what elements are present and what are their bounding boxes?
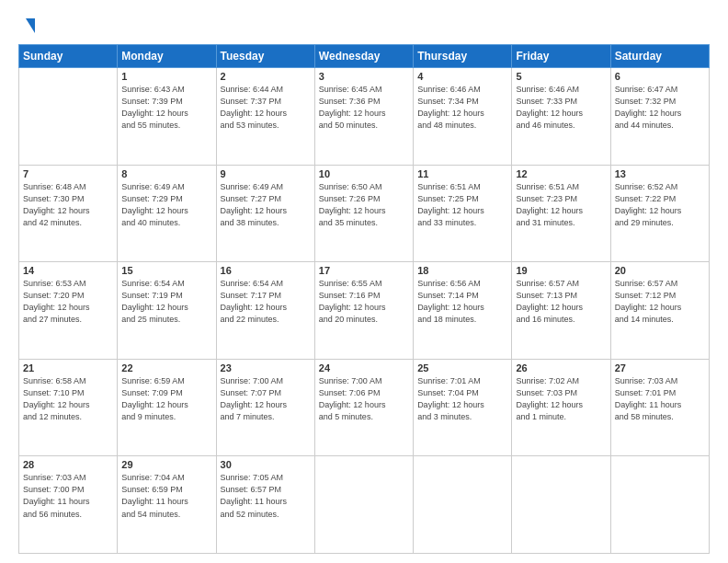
day-info: Sunrise: 6:54 AMSunset: 7:17 PMDaylight:…: [221, 278, 311, 326]
day-number: 17: [319, 265, 409, 276]
calendar-cell: 26Sunrise: 7:02 AMSunset: 7:03 PMDayligh…: [512, 359, 610, 456]
day-number: 24: [319, 362, 409, 373]
calendar-cell: 4Sunrise: 6:46 AMSunset: 7:34 PMDaylight…: [414, 68, 512, 166]
day-number: 29: [121, 459, 211, 470]
day-number: 22: [121, 362, 211, 373]
day-number: 10: [319, 168, 409, 179]
day-info: Sunrise: 6:46 AMSunset: 7:34 PMDaylight:…: [417, 84, 507, 132]
calendar-cell: 30Sunrise: 7:05 AMSunset: 6:57 PMDayligh…: [216, 456, 314, 554]
calendar-cell: 10Sunrise: 6:50 AMSunset: 7:26 PMDayligh…: [314, 165, 413, 262]
day-number: 13: [615, 168, 705, 179]
day-number: 4: [417, 71, 507, 82]
day-info: Sunrise: 6:49 AMSunset: 7:29 PMDaylight:…: [121, 181, 211, 229]
day-number: 5: [516, 71, 606, 82]
calendar-cell: 19Sunrise: 6:57 AMSunset: 7:13 PMDayligh…: [512, 262, 610, 360]
day-info: Sunrise: 6:57 AMSunset: 7:12 PMDaylight:…: [615, 278, 705, 326]
day-info: Sunrise: 6:48 AMSunset: 7:30 PMDaylight:…: [23, 181, 113, 229]
calendar-cell: 27Sunrise: 7:03 AMSunset: 7:01 PMDayligh…: [610, 359, 709, 456]
calendar-cell: 2Sunrise: 6:44 AMSunset: 7:37 PMDaylight…: [216, 68, 314, 166]
day-number: 25: [417, 362, 507, 373]
header: [18, 17, 710, 35]
day-info: Sunrise: 6:55 AMSunset: 7:16 PMDaylight:…: [319, 278, 409, 326]
calendar-cell: 15Sunrise: 6:54 AMSunset: 7:19 PMDayligh…: [118, 262, 216, 360]
calendar-cell: 18Sunrise: 6:56 AMSunset: 7:14 PMDayligh…: [414, 262, 512, 360]
calendar-cell: 21Sunrise: 6:58 AMSunset: 7:10 PMDayligh…: [19, 359, 118, 456]
day-info: Sunrise: 6:57 AMSunset: 7:13 PMDaylight:…: [516, 278, 606, 326]
day-info: Sunrise: 6:53 AMSunset: 7:20 PMDaylight:…: [23, 278, 113, 326]
logo: [18, 17, 37, 35]
day-number: 7: [23, 168, 113, 179]
calendar-cell: 14Sunrise: 6:53 AMSunset: 7:20 PMDayligh…: [19, 262, 118, 360]
weekday-saturday: Saturday: [610, 45, 709, 68]
day-number: 12: [516, 168, 606, 179]
day-number: 9: [221, 168, 311, 179]
weekday-thursday: Thursday: [414, 45, 512, 68]
calendar-cell: 20Sunrise: 6:57 AMSunset: 7:12 PMDayligh…: [610, 262, 709, 360]
day-number: 2: [221, 71, 311, 82]
calendar-cell: 28Sunrise: 7:03 AMSunset: 7:00 PMDayligh…: [19, 456, 118, 554]
day-number: 19: [516, 265, 606, 276]
day-info: Sunrise: 6:49 AMSunset: 7:27 PMDaylight:…: [221, 181, 311, 229]
day-number: 27: [615, 362, 705, 373]
day-info: Sunrise: 6:58 AMSunset: 7:10 PMDaylight:…: [23, 375, 113, 423]
calendar-cell: 9Sunrise: 6:49 AMSunset: 7:27 PMDaylight…: [216, 165, 314, 262]
calendar-cell: 22Sunrise: 6:59 AMSunset: 7:09 PMDayligh…: [118, 359, 216, 456]
calendar-cell: 13Sunrise: 6:52 AMSunset: 7:22 PMDayligh…: [610, 165, 709, 262]
calendar-cell: 16Sunrise: 6:54 AMSunset: 7:17 PMDayligh…: [216, 262, 314, 360]
day-info: Sunrise: 6:54 AMSunset: 7:19 PMDaylight:…: [121, 278, 211, 326]
day-info: Sunrise: 6:50 AMSunset: 7:26 PMDaylight:…: [319, 181, 409, 229]
day-info: Sunrise: 6:44 AMSunset: 7:37 PMDaylight:…: [221, 84, 311, 132]
day-number: 1: [121, 71, 211, 82]
calendar-cell: 6Sunrise: 6:47 AMSunset: 7:32 PMDaylight…: [610, 68, 709, 166]
day-number: 21: [23, 362, 113, 373]
day-number: 28: [23, 459, 113, 470]
weekday-wednesday: Wednesday: [314, 45, 413, 68]
calendar-cell: [314, 456, 413, 554]
weekday-tuesday: Tuesday: [216, 45, 314, 68]
page: SundayMondayTuesdayWednesdayThursdayFrid…: [0, 0, 728, 563]
weekday-friday: Friday: [512, 45, 610, 68]
calendar-cell: 5Sunrise: 6:46 AMSunset: 7:33 PMDaylight…: [512, 68, 610, 166]
day-info: Sunrise: 7:03 AMSunset: 7:01 PMDaylight:…: [615, 375, 705, 423]
calendar-cell: 1Sunrise: 6:43 AMSunset: 7:39 PMDaylight…: [118, 68, 216, 166]
day-number: 16: [221, 265, 311, 276]
day-info: Sunrise: 6:51 AMSunset: 7:23 PMDaylight:…: [516, 181, 606, 229]
day-info: Sunrise: 7:01 AMSunset: 7:04 PMDaylight:…: [417, 375, 507, 423]
calendar-cell: 17Sunrise: 6:55 AMSunset: 7:16 PMDayligh…: [314, 262, 413, 360]
calendar-cell: 12Sunrise: 6:51 AMSunset: 7:23 PMDayligh…: [512, 165, 610, 262]
calendar-cell: [414, 456, 512, 554]
weekday-sunday: Sunday: [19, 45, 118, 68]
calendar-cell: 11Sunrise: 6:51 AMSunset: 7:25 PMDayligh…: [414, 165, 512, 262]
week-row-1: 7Sunrise: 6:48 AMSunset: 7:30 PMDaylight…: [19, 165, 710, 262]
day-number: 11: [417, 168, 507, 179]
day-number: 6: [615, 71, 705, 82]
day-info: Sunrise: 6:46 AMSunset: 7:33 PMDaylight:…: [516, 84, 606, 132]
day-number: 15: [121, 265, 211, 276]
day-info: Sunrise: 7:02 AMSunset: 7:03 PMDaylight:…: [516, 375, 606, 423]
day-info: Sunrise: 7:03 AMSunset: 7:00 PMDaylight:…: [23, 472, 113, 520]
week-row-0: 1Sunrise: 6:43 AMSunset: 7:39 PMDaylight…: [19, 68, 710, 166]
calendar-cell: [610, 456, 709, 554]
calendar-cell: 24Sunrise: 7:00 AMSunset: 7:06 PMDayligh…: [314, 359, 413, 456]
calendar-cell: 8Sunrise: 6:49 AMSunset: 7:29 PMDaylight…: [118, 165, 216, 262]
day-info: Sunrise: 7:00 AMSunset: 7:07 PMDaylight:…: [221, 375, 311, 423]
day-number: 14: [23, 265, 113, 276]
day-number: 30: [221, 459, 311, 470]
weekday-header-row: SundayMondayTuesdayWednesdayThursdayFrid…: [19, 45, 710, 68]
svg-marker-0: [26, 18, 35, 33]
day-number: 23: [221, 362, 311, 373]
calendar-table: SundayMondayTuesdayWednesdayThursdayFrid…: [18, 44, 710, 554]
day-info: Sunrise: 7:00 AMSunset: 7:06 PMDaylight:…: [319, 375, 409, 423]
day-info: Sunrise: 6:43 AMSunset: 7:39 PMDaylight:…: [121, 84, 211, 132]
day-info: Sunrise: 6:45 AMSunset: 7:36 PMDaylight:…: [319, 84, 409, 132]
day-number: 3: [319, 71, 409, 82]
logo-icon: [18, 17, 37, 35]
day-info: Sunrise: 6:59 AMSunset: 7:09 PMDaylight:…: [121, 375, 211, 423]
calendar-cell: [19, 68, 118, 166]
day-number: 18: [417, 265, 507, 276]
day-number: 26: [516, 362, 606, 373]
calendar-cell: 7Sunrise: 6:48 AMSunset: 7:30 PMDaylight…: [19, 165, 118, 262]
week-row-2: 14Sunrise: 6:53 AMSunset: 7:20 PMDayligh…: [19, 262, 710, 360]
week-row-4: 28Sunrise: 7:03 AMSunset: 7:00 PMDayligh…: [19, 456, 710, 554]
calendar-cell: 3Sunrise: 6:45 AMSunset: 7:36 PMDaylight…: [314, 68, 413, 166]
